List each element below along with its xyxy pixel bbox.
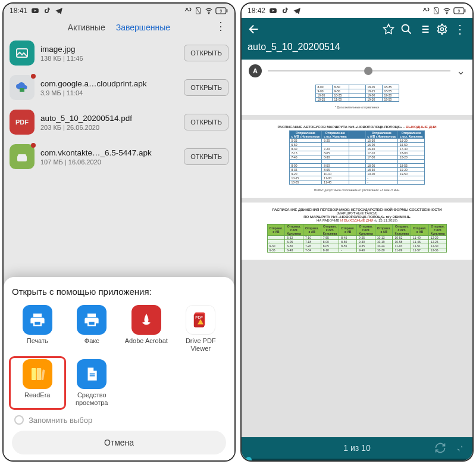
reader-footer: 1 из 10 <box>242 437 472 459</box>
open-with-sheet: Открыть с помощью приложения: Печать Фак… <box>4 277 234 460</box>
radio-icon <box>14 415 24 425</box>
slider-thumb[interactable] <box>364 67 372 75</box>
open-button[interactable]: ОТКРЫТЬ <box>184 148 228 165</box>
file-meta: 3,9 МБ | 11:04 <box>40 89 178 96</box>
open-button[interactable]: ОТКРЫТЬ <box>184 79 228 96</box>
tab-completed[interactable]: Завершенные <box>116 23 170 32</box>
badge-dot <box>31 74 36 79</box>
status-bar: 18:42 9 <box>242 4 472 18</box>
acrobat-icon <box>131 305 161 335</box>
schedule-table-green: Отправл.с АВОтправл.с ост.КульневаОтправ… <box>267 224 447 253</box>
chevron-down-icon[interactable]: ⌄ <box>456 64 465 77</box>
sim-icon <box>432 7 440 15</box>
tab-active[interactable]: Активные <box>68 23 105 32</box>
battery-icon: 9 <box>453 7 466 15</box>
more-icon[interactable]: ⋮ <box>215 23 226 30</box>
vibrate-icon <box>421 7 430 15</box>
file-name: com.vkontakte…_6.5-5447.apk <box>40 148 178 157</box>
doc-viewer-icon <box>77 359 107 389</box>
open-button[interactable]: ОТКРЫТЬ <box>184 114 228 130</box>
app-fax[interactable]: Факс <box>67 305 118 353</box>
file-meta: 203 КБ | 26.06.2020 <box>40 124 178 131</box>
sheet-title: Открыть с помощью приложения: <box>12 287 226 297</box>
file-name: com.google.a…cloudprint.apk <box>40 79 178 88</box>
svg-text:9: 9 <box>220 9 222 13</box>
svg-text:9: 9 <box>458 9 460 13</box>
cancel-button[interactable]: Отмена <box>12 431 226 454</box>
app-label: Печать <box>27 337 48 353</box>
svg-rect-12 <box>37 368 42 380</box>
youtube-icon <box>269 7 277 15</box>
app-drive-pdf[interactable]: PDF Drive PDF Viewer <box>176 305 227 353</box>
svg-point-18 <box>446 13 447 14</box>
badge-dot <box>31 143 36 148</box>
svg-rect-7 <box>20 88 24 92</box>
readera-icon <box>23 359 52 389</box>
fax-icon <box>77 305 107 335</box>
page-indicator: 1 из 10 <box>343 443 370 453</box>
file-row: com.google.a…cloudprint.apk 3,9 МБ | 11:… <box>4 70 234 105</box>
vibrate-icon <box>183 7 192 15</box>
page-viewport[interactable]: 8-008-3018-0518-35 9-009-3018-2518-55 10… <box>242 82 472 437</box>
app-label: Средство просмотра <box>67 391 118 407</box>
premium-icon[interactable] <box>382 23 395 36</box>
pdf-page: РАСПИСАНИЕ АВТОБУСОВ МАРШРУТА №5 «НОВОПО… <box>242 120 472 198</box>
svg-rect-11 <box>32 368 36 380</box>
app-acrobat[interactable]: Adobe Acrobat <box>121 305 172 353</box>
file-name: auto_5_10_20200514.pdf <box>40 114 178 123</box>
sim-icon <box>194 7 202 15</box>
schedule-table: 8-008-3018-0518-35 9-009-3018-2518-55 10… <box>315 85 399 102</box>
svg-rect-14 <box>90 373 95 375</box>
svg-point-23 <box>441 28 444 31</box>
settings-icon[interactable] <box>436 23 449 36</box>
progress-thumb[interactable] <box>246 457 252 462</box>
phone-right: 18:42 9 ⋮ auto_5_10_20200514 <box>240 2 474 462</box>
youtube-icon <box>31 7 39 15</box>
tiktok-icon <box>43 7 51 15</box>
app-print[interactable]: Печать <box>12 305 63 353</box>
file-row: PDF auto_5_10_20200514.pdf 203 КБ | 26.0… <box>4 105 234 139</box>
auto-brightness-icon[interactable]: A <box>249 64 262 77</box>
svg-point-2 <box>208 13 209 14</box>
more-icon[interactable]: ⋮ <box>453 23 466 36</box>
remember-label: Запомнить выбор <box>29 416 92 425</box>
open-button[interactable]: ОТКРЫТЬ <box>184 45 228 61</box>
tiktok-icon <box>281 7 289 15</box>
pdf-page: 8-008-3018-0518-35 9-009-3018-2518-55 10… <box>242 82 472 115</box>
document-title: auto_5_10_20200514 <box>248 42 466 52</box>
file-name: image.jpg <box>40 45 178 54</box>
pdf-page: РАСПИСАНИЕ ДВИЖЕНИЯ ПЕРЕВОЗЧИКОВ НЕГОСУД… <box>242 203 472 260</box>
rotate-icon[interactable] <box>434 442 446 454</box>
back-icon[interactable] <box>248 23 261 36</box>
file-row: image.jpg 138 КБ | 11:46 ОТКРЫТЬ <box>4 36 234 70</box>
app-label: Drive PDF Viewer <box>176 337 227 353</box>
brightness-slider[interactable] <box>268 70 450 71</box>
svg-rect-20 <box>465 9 466 12</box>
svg-rect-13 <box>41 369 45 380</box>
wifi-icon <box>443 7 451 15</box>
reading-progress[interactable] <box>242 459 472 460</box>
svg-text:PDF: PDF <box>196 315 203 319</box>
svg-rect-4 <box>227 9 228 12</box>
toc-icon[interactable] <box>418 23 431 36</box>
file-meta: 138 КБ | 11:46 <box>40 55 178 62</box>
remember-choice[interactable]: Запомнить выбор <box>14 415 226 425</box>
app-label: Adobe Acrobat <box>125 337 168 353</box>
page-note: ПРИМ: допустимое отклонение от расписани… <box>248 188 466 192</box>
brightness-bar: A ⌄ <box>242 60 472 82</box>
apk-icon <box>10 144 35 169</box>
status-time: 18:42 <box>248 7 265 15</box>
file-meta: 107 МБ | 16.06.2020 <box>40 158 178 166</box>
reader-header: ⋮ auto_5_10_20200514 <box>242 18 472 60</box>
app-doc-viewer[interactable]: Средство просмотра <box>67 359 118 407</box>
drive-pdf-icon: PDF <box>186 305 215 335</box>
app-readera[interactable]: ReadEra <box>11 358 64 408</box>
file-row: com.vkontakte…_6.5-5447.apk 107 МБ | 16.… <box>4 139 234 174</box>
search-icon[interactable] <box>400 23 413 36</box>
telegram-icon <box>55 7 63 15</box>
svg-rect-15 <box>90 375 95 376</box>
pdf-icon: PDF <box>10 110 35 135</box>
pin-icon[interactable] <box>453 443 464 453</box>
wifi-icon <box>205 7 213 15</box>
page-heading: РАСПИСАНИЕ АВТОБУСОВ МАРШРУТА №5 «НОВОПО… <box>248 125 466 129</box>
